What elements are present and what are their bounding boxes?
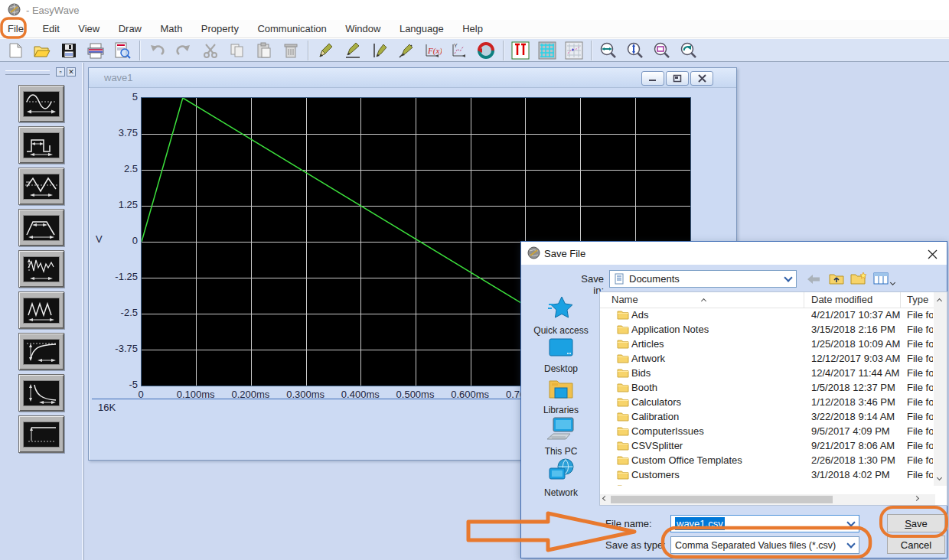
copy-icon bbox=[229, 42, 246, 59]
exponential-decay-wave-button[interactable] bbox=[18, 374, 64, 412]
view-menu-button[interactable] bbox=[873, 272, 895, 288]
interpolate-button[interactable]: Y bbox=[448, 40, 471, 61]
file-row[interactable]: Bids12/4/2017 11:44 AMFile fol bbox=[600, 366, 934, 380]
menu-draw[interactable]: Draw bbox=[111, 20, 149, 37]
horizontal-scrollbar[interactable] bbox=[600, 494, 935, 505]
nav-this-pc[interactable]: This PC bbox=[527, 416, 595, 457]
open-file-button[interactable] bbox=[31, 40, 54, 61]
redo-button[interactable] bbox=[172, 40, 195, 61]
file-type: File fol bbox=[907, 440, 933, 451]
menu-communication[interactable]: Communication bbox=[249, 20, 334, 37]
save-as-type-combo[interactable]: Comma Separated Values files (*.csv) bbox=[670, 536, 859, 554]
sine-wave-button[interactable] bbox=[18, 85, 64, 122]
draw-pencil-button[interactable] bbox=[314, 40, 337, 61]
equation-editor-button[interactable]: F(x) bbox=[421, 40, 444, 61]
menu-file[interactable]: File bbox=[0, 20, 31, 37]
wave1-close-button[interactable] bbox=[690, 71, 713, 86]
cut-button[interactable] bbox=[199, 40, 222, 61]
save-button[interactable]: Save bbox=[887, 514, 945, 532]
file-row[interactable]: Distribution5/31/2016 10:35 AMFile fol bbox=[600, 482, 934, 486]
file-name-value[interactable]: wave1.csv bbox=[675, 517, 725, 530]
square-wave-button[interactable] bbox=[18, 126, 64, 164]
dialog-close-button[interactable] bbox=[925, 247, 939, 261]
triangle-wave-button[interactable] bbox=[18, 168, 64, 205]
file-row[interactable]: CSVSplitter9/21/2017 8:06 AMFile fol bbox=[600, 438, 934, 453]
file-row[interactable]: Ads4/21/2017 10:37 AMFile fol bbox=[600, 308, 934, 322]
zoom-vertical-button[interactable] bbox=[624, 40, 647, 61]
file-row[interactable]: Custom Office Templates2/26/2018 1:30 PM… bbox=[600, 453, 934, 467]
save-in-dropdown-arrow[interactable] bbox=[781, 272, 795, 286]
column-header-name[interactable]: Name bbox=[611, 294, 638, 305]
wave1-title-bar[interactable]: wave1 bbox=[89, 68, 736, 88]
file-row[interactable]: Customers3/1/2018 4:02 PMFile fol bbox=[600, 467, 934, 482]
dialog-title-bar[interactable]: Save File bbox=[521, 242, 947, 265]
new-folder-button[interactable] bbox=[850, 272, 867, 288]
menu-help[interactable]: Help bbox=[455, 20, 491, 37]
back-button[interactable] bbox=[806, 274, 821, 288]
print-preview-button[interactable] bbox=[111, 40, 134, 61]
zoom-restore-button[interactable] bbox=[677, 40, 700, 61]
draw-line-button[interactable] bbox=[341, 40, 364, 61]
save-file-button[interactable] bbox=[57, 40, 80, 61]
dc-wave-button[interactable] bbox=[18, 415, 64, 453]
copy-button[interactable] bbox=[226, 40, 249, 61]
menu-language[interactable]: Language bbox=[392, 20, 452, 37]
paste-button[interactable] bbox=[253, 40, 276, 61]
file-row[interactable]: Articles1/25/2018 10:09 AMFile fol bbox=[600, 337, 934, 351]
file-type: File fol bbox=[907, 411, 933, 422]
undo-button[interactable] bbox=[145, 40, 168, 61]
new-folder-icon bbox=[850, 272, 867, 285]
app-globe-icon bbox=[8, 3, 21, 19]
vertical-scrollbar[interactable] bbox=[934, 292, 947, 486]
file-row[interactable]: Calibration3/22/2018 9:14 AMFile fol bbox=[600, 409, 934, 424]
print-button[interactable] bbox=[84, 40, 107, 61]
nav-network[interactable]: Network bbox=[527, 457, 595, 498]
file-row[interactable]: Booth1/5/2018 12:37 PMFile fol bbox=[600, 380, 934, 395]
zoom-horizontal-button[interactable] bbox=[597, 40, 620, 61]
cancel-button[interactable]: Cancel bbox=[887, 536, 945, 554]
grid-toggle-button[interactable] bbox=[536, 40, 559, 61]
y-tick-label: -2.5 bbox=[103, 307, 138, 318]
nav-libraries[interactable]: Libraries bbox=[527, 376, 595, 415]
draw-slope-button[interactable] bbox=[394, 40, 417, 61]
new-file-button[interactable] bbox=[4, 40, 27, 61]
save-as-type-dropdown-arrow[interactable] bbox=[844, 538, 858, 552]
exponential-rise-wave-button[interactable] bbox=[18, 333, 64, 370]
file-row[interactable]: Calculators1/12/2018 3:46 PMFile fol bbox=[600, 395, 934, 409]
file-row[interactable]: Artwork12/12/2017 9:03 AMFile fol bbox=[600, 351, 934, 366]
save-floppy-icon bbox=[60, 42, 77, 59]
file-name-combo[interactable]: wave1.csv bbox=[670, 515, 859, 532]
menu-property[interactable]: Property bbox=[194, 20, 246, 37]
up-one-level-button[interactable] bbox=[829, 272, 844, 288]
delete-button[interactable] bbox=[279, 40, 302, 61]
file-date-modified: 5/31/2016 10:35 AM bbox=[811, 483, 902, 486]
menu-window[interactable]: Window bbox=[338, 20, 388, 37]
palette-close-button[interactable]: ✕ bbox=[67, 67, 76, 77]
svg-text:Y: Y bbox=[454, 43, 458, 48]
file-row[interactable]: Application Notes3/15/2018 2:16 PMFile f… bbox=[600, 322, 934, 337]
nav-desktop[interactable]: Desktop bbox=[527, 337, 595, 374]
invert-wave-button[interactable] bbox=[475, 40, 497, 61]
marker-button[interactable] bbox=[509, 40, 532, 61]
scrollbar-thumb[interactable] bbox=[611, 496, 833, 503]
column-header-type[interactable]: Type bbox=[907, 294, 928, 305]
draw-vertical-button[interactable] bbox=[367, 40, 390, 61]
zoom-window-button[interactable] bbox=[651, 40, 673, 61]
show-points-button[interactable] bbox=[563, 40, 585, 61]
wave1-restore-button[interactable] bbox=[666, 71, 689, 86]
trapezoid-wave-button[interactable] bbox=[18, 209, 64, 246]
menu-math[interactable]: Math bbox=[152, 20, 190, 37]
palette-maximize-button[interactable]: ▫ bbox=[56, 67, 65, 77]
file-name: Application Notes bbox=[631, 324, 801, 335]
nav-quick-access[interactable]: Quick access bbox=[527, 295, 595, 336]
file-row[interactable]: ComputerIssues9/5/2017 4:09 PMFile fol bbox=[600, 424, 934, 438]
menu-view[interactable]: View bbox=[70, 20, 107, 37]
sawtooth-wave-button[interactable] bbox=[18, 291, 64, 329]
wave1-minimize-button[interactable] bbox=[641, 71, 664, 86]
noise-wave-button[interactable] bbox=[18, 250, 64, 288]
file-name-dropdown-arrow[interactable] bbox=[844, 516, 858, 531]
palette-title-bar[interactable]: ▫ ✕ bbox=[4, 67, 76, 77]
save-in-combo[interactable]: Documents bbox=[609, 270, 797, 288]
menu-edit[interactable]: Edit bbox=[34, 20, 67, 37]
column-header-date-modified[interactable]: Date modified bbox=[811, 294, 872, 305]
